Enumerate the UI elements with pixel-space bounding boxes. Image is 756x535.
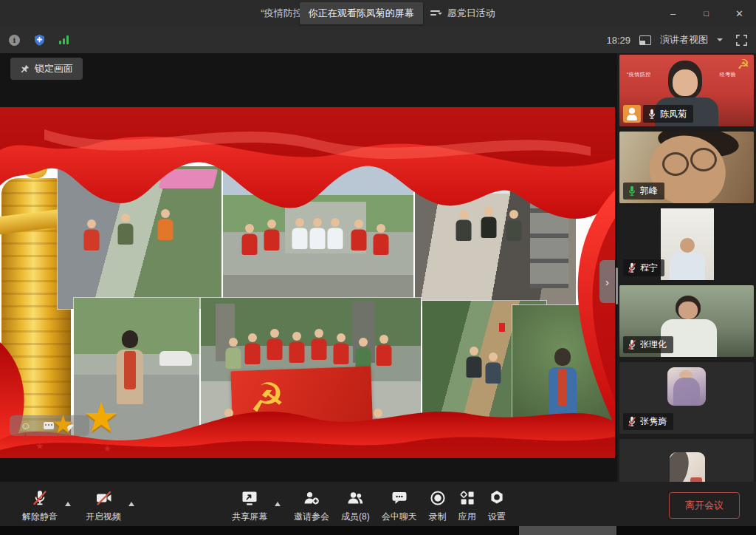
participant-name: 郭峰 — [640, 185, 658, 197]
person-figure-crouching — [220, 409, 238, 440]
unmute-label: 解除静音 — [22, 511, 58, 523]
members-label: 成员(8) — [341, 511, 370, 523]
person-figure — [465, 347, 483, 378]
invite-button[interactable]: 邀请参会 — [289, 487, 334, 525]
person-figure — [117, 214, 134, 245]
person-face — [673, 69, 698, 96]
gold-star-large: ★ — [83, 397, 120, 438]
taskbar-segment — [519, 526, 616, 535]
person-figure — [350, 219, 368, 251]
title-bar: “疫情防控 你正在观看陈凤菊的屏幕 愿党日活动 – □ ✕ — [0, 0, 756, 27]
lock-view-label: 锁定画面 — [35, 62, 73, 75]
participant-tile-zhanglihua[interactable]: 张理化 — [619, 285, 754, 357]
network-signal-icon — [59, 35, 69, 44]
apps-button[interactable]: 应用 — [454, 487, 481, 525]
person-figure-ppe — [309, 218, 326, 249]
photo-dormitory — [415, 164, 576, 306]
close-button[interactable]: ✕ — [723, 0, 756, 27]
person-face — [678, 301, 698, 319]
apps-label: 应用 — [458, 511, 476, 523]
meeting-clock: 18:29 — [606, 35, 630, 46]
invite-label: 邀请参会 — [294, 511, 329, 523]
participant-name: 程宁 — [640, 262, 658, 274]
person-figure — [263, 219, 281, 251]
person-figure — [354, 338, 372, 369]
person-figure — [224, 338, 242, 369]
shared-poster: ☭ — [0, 107, 615, 458]
invite-icon — [303, 488, 320, 508]
chevron-right-icon: › — [605, 276, 609, 288]
unmute-button[interactable]: 解除静音 — [18, 487, 62, 525]
participant-tile-chenfengju[interactable]: ☭ “疫情防控 经考验 陈凤菊 — [619, 55, 754, 126]
record-icon — [429, 488, 447, 508]
meeting-window: { "window": { "title_prefix": "“疫情防控", "… — [0, 0, 756, 535]
video-options-caret[interactable] — [128, 499, 134, 506]
members-button[interactable]: 成员(8) — [337, 487, 374, 525]
participants-sidebar: ☭ “疫情防控 经考验 陈凤菊 — [617, 53, 756, 482]
mic-muted-icon — [628, 339, 636, 350]
record-button[interactable]: 录制 — [425, 487, 451, 525]
meeting-title-prefix: “疫情防控 — [261, 7, 302, 20]
person-figure — [484, 352, 502, 384]
sidebar-scrollbar[interactable] — [616, 268, 618, 304]
small-red-flag — [499, 323, 505, 332]
settings-button[interactable]: 设置 — [484, 487, 510, 525]
window — [471, 168, 509, 194]
smiley-icon[interactable]: ☺ — [21, 420, 31, 432]
meeting-info-icon[interactable]: i — [9, 35, 20, 46]
chat-button[interactable]: 会中聊天 — [377, 487, 422, 525]
share-screen-label: 共享屏幕 — [232, 511, 267, 523]
settings-label: 设置 — [488, 511, 506, 523]
audio-options-caret[interactable] — [65, 499, 71, 506]
members-icon — [346, 488, 365, 508]
person-figure — [455, 210, 472, 241]
participant-tile-zhangjuanyi[interactable]: 张隽旖 — [619, 362, 754, 434]
agenda-icon[interactable] — [430, 10, 440, 16]
view-mode-caret-icon[interactable] — [717, 38, 723, 44]
person-figure-crouching — [369, 409, 387, 440]
person-figure — [241, 224, 258, 255]
share-screen-button[interactable]: 共享屏幕 — [227, 487, 272, 525]
view-layout-icon — [639, 35, 651, 45]
chat-icon — [391, 488, 408, 508]
security-shield-icon[interactable] — [33, 34, 46, 47]
view-mode-label[interactable]: 演讲者视图 — [660, 33, 708, 47]
person-figure — [332, 333, 350, 364]
meeting-info-bar: i 18:29 演讲者视图 — [0, 27, 756, 53]
person-head — [680, 238, 695, 253]
start-video-button[interactable]: 开启视频 — [81, 487, 126, 525]
person-figure — [505, 210, 523, 241]
fullscreen-icon[interactable] — [736, 35, 747, 46]
person-figure — [375, 335, 393, 366]
mic-muted-icon — [628, 262, 636, 273]
small-red-flag — [294, 191, 301, 202]
apps-icon — [458, 488, 476, 508]
person-figure-ppe — [291, 218, 309, 249]
photo-volunteers-delivering-food — [58, 166, 221, 309]
camera-off-icon — [94, 488, 113, 508]
glasses-lens — [690, 148, 717, 171]
leave-meeting-button[interactable]: 离开会议 — [669, 492, 740, 519]
participant-avatar-background — [619, 439, 754, 482]
participant-tile-partial[interactable] — [619, 439, 754, 482]
party-emblem-icon: ☭ — [738, 56, 749, 72]
minimize-button[interactable]: – — [656, 0, 690, 27]
person-shirt — [670, 253, 705, 280]
pillar-knob — [24, 153, 47, 178]
lock-view-button[interactable]: 锁定画面 — [10, 58, 83, 80]
participant-tile-guofeng[interactable]: 郭峰 — [619, 132, 754, 203]
banner-text-left: “疫情防控 — [627, 71, 651, 78]
avatar — [670, 452, 705, 482]
meeting-control-bar: 解除静音 开启视频 共享屏幕 邀请参会 成员 — [0, 482, 756, 526]
parked-car — [159, 351, 192, 366]
participant-name: 张隽旖 — [640, 415, 667, 428]
hammer-sickle-icon: ☭ — [249, 374, 286, 422]
share-options-caret[interactable] — [275, 499, 281, 506]
mic-muted-icon — [31, 488, 49, 508]
maximize-button[interactable]: □ — [690, 0, 723, 27]
participant-tile-chengning[interactable]: 程宁 — [619, 208, 754, 280]
person-figure — [310, 329, 328, 360]
settings-icon — [488, 488, 506, 508]
sidebar-collapse-handle[interactable]: › — [599, 260, 615, 303]
participant-name: 陈凤菊 — [660, 108, 687, 120]
